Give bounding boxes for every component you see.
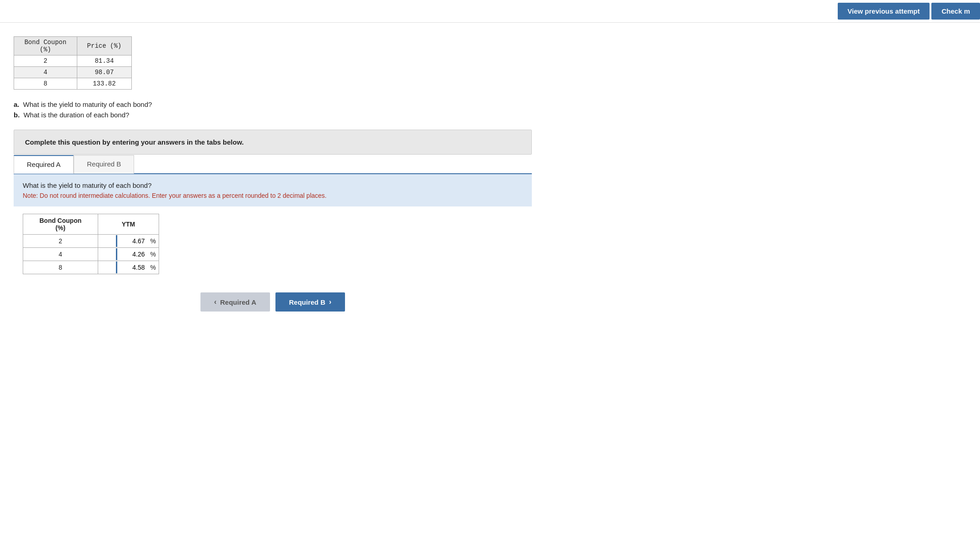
answer-table-header-ytm: YTM — [98, 214, 159, 235]
pct-label-0: % — [148, 237, 159, 245]
answer-coupon-cell: 8 — [23, 261, 98, 274]
ytm-input-0[interactable] — [116, 235, 148, 247]
question-a: a. What is the yield to maturity of each… — [14, 101, 532, 108]
view-previous-attempt-button[interactable]: View previous attempt — [838, 3, 930, 20]
answer-ytm-cell: % — [98, 235, 159, 248]
bond-data-table: Bond Coupon(%) Price (%) 2 81.34 4 98.07… — [14, 36, 132, 90]
answer-table-wrapper: Bond Coupon(%) YTM 2 % 4 % — [14, 206, 532, 282]
top-bar: View previous attempt Check m — [0, 0, 980, 23]
tab-a-note: Note: Do not round intermediate calculat… — [23, 192, 523, 199]
ytm-input-2[interactable] — [116, 261, 148, 273]
nav-next-label: Required B — [289, 298, 325, 306]
tab-a-question: What is the yield to maturity of each bo… — [23, 181, 523, 189]
coupon-cell: 4 — [14, 67, 77, 78]
table-row: 2 81.34 — [14, 55, 132, 67]
price-cell: 133.82 — [77, 78, 131, 90]
answer-table-row: 8 % — [23, 261, 159, 274]
nav-buttons: ‹ Required A Required B › — [14, 292, 532, 312]
check-button[interactable]: Check m — [931, 3, 980, 20]
questions-section: a. What is the yield to maturity of each… — [14, 101, 532, 119]
tab-required-a[interactable]: Required A — [14, 155, 74, 174]
main-content: Bond Coupon(%) Price (%) 2 81.34 4 98.07… — [0, 23, 545, 330]
answer-coupon-cell: 2 — [23, 235, 98, 248]
answer-table-row: 2 % — [23, 235, 159, 248]
ytm-input-1[interactable] — [116, 248, 148, 260]
price-cell: 81.34 — [77, 55, 131, 67]
question-b-text: What is the duration of each bond? — [24, 111, 130, 119]
answer-table-header-coupon: Bond Coupon(%) — [23, 214, 98, 235]
table-header-price: Price (%) — [77, 37, 131, 55]
table-row: 8 133.82 — [14, 78, 132, 90]
table-row: 4 98.07 — [14, 67, 132, 78]
chevron-left-icon: ‹ — [214, 298, 216, 306]
nav-prev-label: Required A — [220, 298, 256, 306]
price-cell: 98.07 — [77, 67, 131, 78]
tab-a-content: What is the yield to maturity of each bo… — [14, 174, 532, 206]
nav-required-b-button[interactable]: Required B › — [275, 292, 345, 312]
question-a-label: a. — [14, 101, 20, 108]
answer-ytm-cell: % — [98, 248, 159, 261]
instruction-text: Complete this question by entering your … — [25, 138, 520, 146]
question-b-label: b. — [14, 111, 20, 119]
instruction-box: Complete this question by entering your … — [14, 130, 532, 155]
chevron-right-icon: › — [329, 298, 331, 306]
coupon-cell: 8 — [14, 78, 77, 90]
tabs-wrapper: Required A Required B What is the yield … — [14, 155, 532, 282]
answer-ytm-cell: % — [98, 261, 159, 274]
table-header-coupon: Bond Coupon(%) — [14, 37, 77, 55]
nav-required-a-button[interactable]: ‹ Required A — [200, 292, 270, 312]
tab-required-b[interactable]: Required B — [74, 155, 134, 174]
question-b: b. What is the duration of each bond? — [14, 111, 532, 119]
tabs-header: Required A Required B — [14, 155, 532, 174]
question-a-text: What is the yield to maturity of each bo… — [23, 101, 152, 108]
coupon-cell: 2 — [14, 55, 77, 67]
answer-table: Bond Coupon(%) YTM 2 % 4 % — [23, 214, 159, 274]
answer-coupon-cell: 4 — [23, 248, 98, 261]
pct-label-1: % — [148, 251, 159, 258]
pct-label-2: % — [148, 264, 159, 271]
answer-table-row: 4 % — [23, 248, 159, 261]
